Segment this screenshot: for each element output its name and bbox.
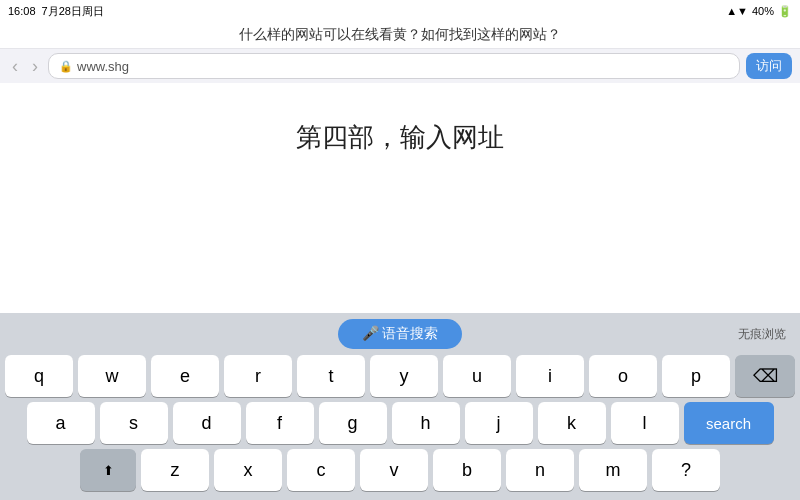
browser-bar: ‹ › 🔒 www.shg 访问 (0, 49, 800, 83)
key-d[interactable]: d (173, 402, 241, 444)
key-x[interactable]: x (214, 449, 282, 491)
status-bar: 16:08 7月28日周日 ▲▼ 40% 🔋 (0, 0, 800, 22)
key-t[interactable]: t (297, 355, 365, 397)
visit-button[interactable]: 访问 (746, 53, 792, 79)
key-m[interactable]: m (579, 449, 647, 491)
key-o[interactable]: o (589, 355, 657, 397)
private-browse-label: 无痕浏览 (738, 326, 786, 343)
key-j[interactable]: j (465, 402, 533, 444)
url-text: www.shg (77, 59, 129, 74)
key-f[interactable]: f (246, 402, 314, 444)
key-p[interactable]: p (662, 355, 730, 397)
shift-key[interactable]: ⬆ (80, 449, 136, 491)
keyboard-row-2: a s d f g h j k l search (4, 402, 796, 444)
key-question[interactable]: ? (652, 449, 720, 491)
url-bar[interactable]: 🔒 www.shg (48, 53, 740, 79)
forward-button[interactable]: › (28, 56, 42, 77)
key-h[interactable]: h (392, 402, 460, 444)
key-v[interactable]: v (360, 449, 428, 491)
key-w[interactable]: w (78, 355, 146, 397)
key-u[interactable]: u (443, 355, 511, 397)
key-s[interactable]: s (100, 402, 168, 444)
voice-row: 🎤 语音搜索 无痕浏览 (4, 319, 796, 349)
key-k[interactable]: k (538, 402, 606, 444)
page-question-banner: 什么样的网站可以在线看黄？如何找到这样的网站？ (0, 22, 800, 49)
keyboard-row-3: ⬆ z x c v b n m ? (4, 449, 796, 491)
main-content: 第四部，输入网址 (0, 83, 800, 191)
battery-indicator: 40% (752, 5, 774, 17)
key-n[interactable]: n (506, 449, 574, 491)
battery-icon: 🔋 (778, 5, 792, 18)
main-title: 第四部，输入网址 (296, 120, 504, 155)
status-left: 16:08 7月28日周日 (8, 4, 104, 19)
back-button[interactable]: ‹ (8, 56, 22, 77)
status-right: ▲▼ 40% 🔋 (726, 5, 792, 18)
key-r[interactable]: r (224, 355, 292, 397)
lock-icon: 🔒 (59, 60, 73, 73)
page-question-text: 什么样的网站可以在线看黄？如何找到这样的网站？ (239, 26, 561, 42)
signal-icon: ▲▼ (726, 5, 748, 17)
key-g[interactable]: g (319, 402, 387, 444)
status-date: 7月28日周日 (42, 4, 104, 19)
key-l[interactable]: l (611, 402, 679, 444)
key-i[interactable]: i (516, 355, 584, 397)
key-y[interactable]: y (370, 355, 438, 397)
key-z[interactable]: z (141, 449, 209, 491)
search-key[interactable]: search (684, 402, 774, 444)
delete-key[interactable]: ⌫ (735, 355, 795, 397)
status-time: 16:08 (8, 5, 36, 17)
key-c[interactable]: c (287, 449, 355, 491)
key-a[interactable]: a (27, 402, 95, 444)
voice-search-button[interactable]: 🎤 语音搜索 (338, 319, 463, 349)
keyboard: 🎤 语音搜索 无痕浏览 q w e r t y u i o p ⌫ a s d … (0, 313, 800, 500)
keyboard-row-1: q w e r t y u i o p ⌫ (4, 355, 796, 397)
key-e[interactable]: e (151, 355, 219, 397)
key-q[interactable]: q (5, 355, 73, 397)
key-b[interactable]: b (433, 449, 501, 491)
